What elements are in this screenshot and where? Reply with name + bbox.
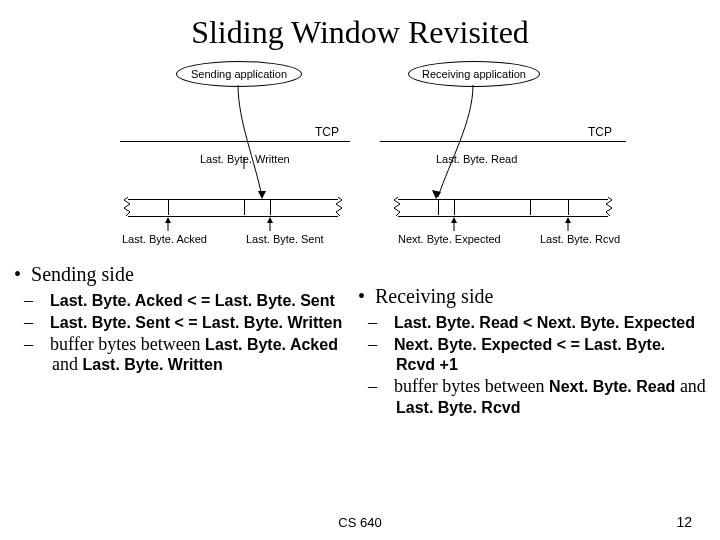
receiving-item-3: –buffer bytes between Next. Byte. Read a… xyxy=(382,376,706,416)
tcp-label-left: TCP xyxy=(315,125,339,139)
last-byte-written-label: Last. Byte. Written xyxy=(200,153,290,165)
svg-marker-5 xyxy=(267,217,273,223)
svg-marker-10 xyxy=(565,217,571,223)
receiving-buffer xyxy=(398,199,608,217)
last-byte-sent-label: Last. Byte. Sent xyxy=(246,233,324,245)
svg-marker-8 xyxy=(451,217,457,223)
receiving-app-ellipse: Receiving application xyxy=(408,61,540,87)
sending-item-1: –Last. Byte. Acked < = Last. Byte. Sent xyxy=(38,290,346,310)
sending-item-2: –Last. Byte. Sent < = Last. Byte. Writte… xyxy=(38,312,346,332)
sending-app-ellipse: Sending application xyxy=(176,61,302,87)
tcp-label-right: TCP xyxy=(588,125,612,139)
sending-header: • Sending side xyxy=(14,263,346,286)
receiving-header: • Receiving side xyxy=(358,285,706,308)
last-byte-read-label: Last. Byte. Read xyxy=(436,153,517,165)
svg-marker-0 xyxy=(258,191,266,199)
diagram: Sending application Receiving applicatio… xyxy=(0,51,720,261)
receiving-item-1: –Last. Byte. Read < Next. Byte. Expected xyxy=(382,312,706,332)
sending-item-3: –buffer bytes between Last. Byte. Acked … xyxy=(38,334,346,374)
last-byte-acked-label: Last. Byte. Acked xyxy=(122,233,207,245)
receiving-item-2: –Next. Byte. Expected < = Last. Byte. Rc… xyxy=(382,334,706,374)
svg-marker-3 xyxy=(165,217,171,223)
sending-side-col: • Sending side –Last. Byte. Acked < = La… xyxy=(0,261,360,419)
last-byte-rcvd-label: Last. Byte. Rcvd xyxy=(540,233,620,245)
receiving-side-col: • Receiving side –Last. Byte. Read < Nex… xyxy=(360,261,720,419)
footer-page: 12 xyxy=(676,514,692,530)
body-columns: • Sending side –Last. Byte. Acked < = La… xyxy=(0,261,720,419)
sending-buffer xyxy=(128,199,338,217)
svg-marker-1 xyxy=(432,190,441,199)
slide-title: Sliding Window Revisited xyxy=(0,14,720,51)
footer-course: CS 640 xyxy=(338,515,381,530)
next-byte-expected-label: Next. Byte. Expected xyxy=(398,233,501,245)
